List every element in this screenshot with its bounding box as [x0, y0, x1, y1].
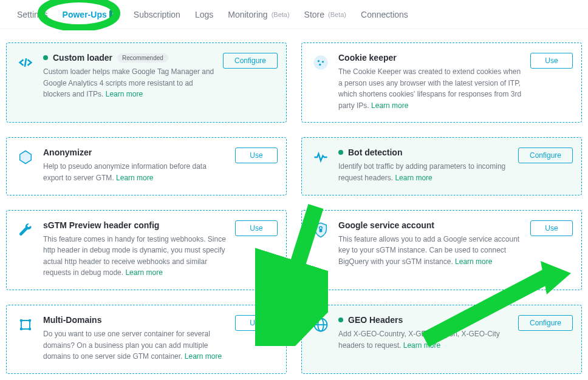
svg-line-0: [25, 58, 26, 67]
recommended-chip: Recommended: [117, 53, 168, 63]
card-desc: Custom loader helps make Google Tag Mana…: [43, 66, 216, 100]
tab-store-beta: (Beta): [328, 11, 346, 18]
svg-marker-5: [20, 151, 32, 164]
power-ups-grid: Custom loader Recommended Custom loader …: [0, 29, 588, 380]
card-desc: Identify bot traffic by adding parameter…: [338, 161, 511, 183]
card-title: Google service account: [338, 220, 434, 230]
card-bot-detection: Bot detection Identify bot traffic by ad…: [301, 137, 582, 195]
cookie-icon: [310, 53, 331, 71]
code-icon: [15, 53, 36, 71]
tab-settings[interactable]: Settings: [17, 10, 48, 19]
heartbeat-icon: [310, 148, 331, 166]
tab-subscription[interactable]: Subscription: [134, 10, 180, 19]
card-geo-headers: GEO Headers Add X-GEO-Country, X-GEO-Reg…: [301, 305, 582, 374]
learn-more-link[interactable]: Learn more: [403, 341, 440, 350]
status-dot: [338, 317, 343, 322]
card-multi-domains: Multi-Domains Do you want to use one ser…: [6, 305, 287, 374]
card-desc: This feature comes in handy for testing …: [43, 234, 228, 279]
learn-more-link[interactable]: Learn more: [395, 174, 432, 182]
card-title: Bot detection: [348, 148, 402, 157]
card-desc: Add X-GEO-Country, X-GEO-Region, X-GEO-C…: [338, 328, 511, 351]
learn-more-link[interactable]: Learn more: [185, 352, 222, 361]
card-desc: This feature allows you to add a Google …: [338, 234, 523, 268]
svg-point-3: [322, 61, 324, 63]
use-button[interactable]: Use: [235, 148, 278, 163]
card-anonymizer: Anonymizer Help to pseudo anonymize info…: [6, 137, 287, 195]
card-desc: Help to pseudo anonymize information bef…: [43, 161, 228, 183]
card-desc: The Cookie Keeper was created to extend …: [338, 66, 523, 111]
use-button[interactable]: Use: [530, 220, 573, 236]
tab-connections[interactable]: Connections: [361, 10, 408, 19]
svg-point-2: [318, 60, 320, 62]
status-dot: [43, 55, 48, 60]
tab-monitoring[interactable]: Monitoring (Beta): [228, 10, 289, 19]
tab-store[interactable]: Store (Beta): [304, 10, 346, 19]
learn-more-link[interactable]: Learn more: [116, 174, 153, 182]
learn-more-link[interactable]: Learn more: [455, 257, 492, 266]
card-title: GEO Headers: [348, 315, 403, 325]
tab-power-ups[interactable]: Power-Ups 5: [63, 10, 119, 19]
card-desc: Do you want to use one server container …: [43, 328, 228, 362]
tab-power-ups-label: Power-Ups: [63, 10, 107, 19]
use-button[interactable]: Use: [235, 315, 278, 331]
configure-button[interactable]: Configure: [518, 315, 573, 331]
globe-icon: [310, 315, 331, 333]
svg-point-4: [319, 64, 321, 66]
tab-monitoring-beta: (Beta): [272, 11, 290, 18]
learn-more-link[interactable]: Learn more: [371, 101, 408, 110]
tab-store-label: Store: [304, 10, 324, 19]
use-button[interactable]: Use: [235, 220, 278, 236]
card-title: Anonymizer: [43, 148, 92, 157]
power-ups-badge: 5: [109, 10, 119, 19]
card-title: Cookie keeper: [338, 53, 397, 63]
use-button[interactable]: Use: [530, 53, 573, 69]
card-title: Custom loader: [53, 53, 112, 63]
learn-more-link[interactable]: Learn more: [106, 90, 143, 98]
card-custom-loader: Custom loader Recommended Custom loader …: [6, 42, 287, 123]
hexagon-icon: [15, 148, 36, 166]
svg-rect-6: [320, 228, 323, 232]
card-google-service: Google service account This feature allo…: [301, 210, 582, 290]
svg-point-1: [313, 55, 327, 69]
card-cookie-keeper: Cookie keeper The Cookie Keeper was crea…: [301, 42, 582, 123]
configure-button[interactable]: Configure: [223, 53, 278, 69]
card-title: sGTM Preview header config: [43, 220, 159, 230]
learn-more-link[interactable]: Learn more: [125, 268, 162, 277]
wrench-icon: [15, 220, 36, 239]
card-sgtm-preview: sGTM Preview header config This feature …: [6, 210, 287, 290]
configure-button[interactable]: Configure: [518, 148, 573, 163]
card-title: Multi-Domains: [43, 315, 101, 325]
tab-logs[interactable]: Logs: [195, 10, 213, 19]
status-dot: [338, 150, 343, 155]
shield-lock-icon: [310, 220, 331, 239]
sitemap-icon: [15, 315, 36, 333]
tab-monitoring-label: Monitoring: [228, 10, 267, 19]
tabs-nav: Settings Power-Ups 5 Subscription Logs M…: [0, 0, 588, 29]
